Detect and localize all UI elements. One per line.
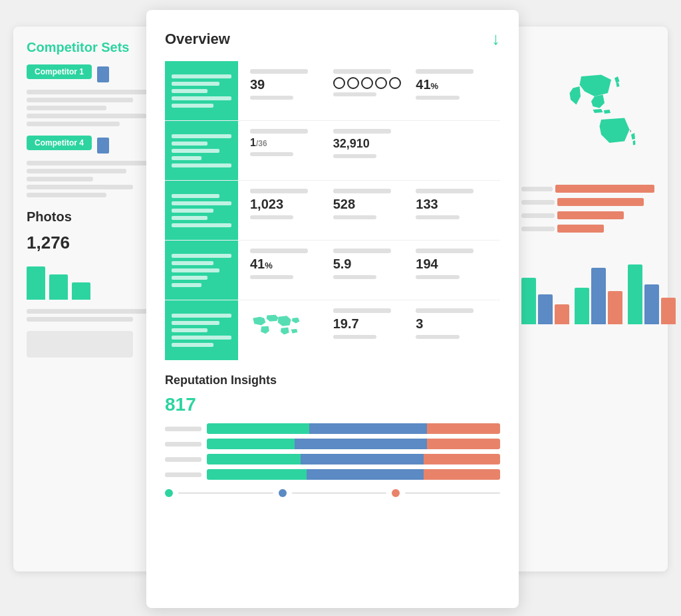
- ph-line: [27, 90, 160, 94]
- sb-segment-green: [207, 439, 295, 449]
- star-3: [361, 77, 373, 89]
- stacked-bar-row: [165, 423, 500, 434]
- value-1-36: 1/36: [250, 137, 323, 149]
- horizontal-bar-chart: [521, 185, 654, 233]
- hbar-row: [521, 211, 654, 219]
- star-2: [347, 77, 359, 89]
- row-content-1: 39: [238, 61, 500, 120]
- hbar-label: [521, 213, 555, 218]
- sb-segment-green: [207, 423, 309, 434]
- right-card: ›: [508, 27, 668, 571]
- sb-label: [165, 442, 202, 447]
- sb-label: [165, 427, 202, 431]
- value-1023: 1,023: [250, 197, 323, 212]
- ph-line: [27, 98, 133, 102]
- sb-segment-blue: [309, 423, 426, 434]
- green-block-3: [165, 181, 238, 240]
- reputation-title: Reputation Insights: [165, 373, 500, 387]
- competitor1-color-indicator: [97, 66, 109, 82]
- star-4: [375, 77, 387, 89]
- legend-dot-blue: [279, 489, 287, 497]
- overview-row-3: 1,023 528 133: [165, 181, 500, 241]
- cell-59: 5.9: [328, 249, 411, 279]
- ph-line: [27, 106, 106, 110]
- cell-133: 133: [410, 189, 493, 219]
- cell-world-map: [245, 308, 328, 345]
- photos-number: 1,276: [27, 233, 160, 253]
- ph-line: [27, 169, 126, 173]
- overview-rows: 39: [165, 61, 500, 360]
- sb-segment-salmon: [424, 469, 500, 480]
- ph-line: [27, 177, 93, 181]
- ph-line: [27, 114, 146, 118]
- overview-row-1: 39: [165, 61, 500, 121]
- competitor-sets-title: Competitor Sets: [27, 40, 160, 55]
- overview-row-2: 1/36 32,910: [165, 121, 500, 181]
- competitor1-badge: Competitor 1: [27, 64, 92, 79]
- cell-1023: 1,023: [245, 189, 328, 219]
- star-5: [389, 77, 401, 89]
- hbar-fill: [557, 225, 604, 233]
- hbar-label: [521, 187, 553, 191]
- photos-title: Photos: [27, 209, 160, 225]
- value-3: 3: [416, 316, 488, 332]
- overview-title: Overview: [165, 31, 230, 48]
- legend-dot-salmon: [392, 489, 400, 497]
- hbar-row: [521, 225, 654, 233]
- bar-group: [521, 278, 569, 324]
- competitor4-color-indicator: [97, 138, 109, 154]
- sb-segment-blue: [295, 439, 426, 449]
- value-41pct: 41%: [416, 77, 488, 92]
- cell-528: 528: [328, 189, 411, 219]
- world-map-right: ›: [521, 50, 654, 163]
- competitor4-badge: Competitor 4: [27, 136, 92, 150]
- star-1: [333, 77, 345, 89]
- grouped-bar-chart: [521, 245, 654, 324]
- stacked-bar-row: [165, 439, 500, 449]
- sb-segment-blue: [301, 454, 424, 464]
- hbar-label: [521, 200, 555, 205]
- reputation-number: 817: [165, 394, 500, 415]
- sb-segment-green: [207, 469, 307, 480]
- photos-placeholder-block: [27, 331, 133, 358]
- map-container: ›: [521, 40, 654, 173]
- ph-line: [27, 193, 106, 197]
- stacked-bar-row: [165, 454, 500, 464]
- sb-segment-green: [207, 454, 301, 464]
- bar-group: [575, 268, 622, 324]
- hbar-row: [521, 185, 654, 193]
- svg-text:›: ›: [630, 128, 632, 134]
- hbar-fill: [555, 185, 654, 193]
- download-button[interactable]: ↓: [491, 29, 500, 49]
- sb-segment-blue: [307, 469, 424, 480]
- cell-41pct: 41%: [410, 69, 493, 100]
- value-59: 5.9: [333, 257, 406, 272]
- cell-41pct-2: 41%: [245, 249, 328, 279]
- value-32910: 32,910: [333, 137, 406, 151]
- cell-194: 194: [410, 249, 493, 279]
- cell-39: 39: [245, 69, 328, 100]
- green-block-2: [165, 121, 238, 180]
- legend-line: [178, 492, 273, 494]
- cell-32910: 32,910: [328, 129, 411, 158]
- legend-dot-green: [165, 489, 173, 497]
- value-197: 19.7: [333, 316, 406, 332]
- row-content-4: 41% 5.9 194: [238, 241, 500, 300]
- photos-sub-lines: [27, 309, 160, 322]
- value-41pct-row4: 41%: [250, 257, 323, 272]
- bar-2: [49, 274, 68, 300]
- sb-segment-salmon: [427, 423, 500, 434]
- mini-world-map: [250, 308, 307, 345]
- overview-row-4: 41% 5.9 194: [165, 241, 500, 300]
- stacked-bar-row: [165, 469, 500, 480]
- hbar-row: [521, 198, 654, 206]
- gbar: [591, 268, 606, 324]
- competitor1-lines: [27, 90, 160, 126]
- overview-header: Overview ↓: [165, 29, 500, 49]
- stars-display: [333, 77, 406, 89]
- gbar: [661, 298, 676, 324]
- hbar-fill: [557, 211, 624, 219]
- cell-1-36: 1/36: [245, 129, 328, 156]
- ph-line: [27, 161, 160, 165]
- ph-line: [27, 309, 160, 314]
